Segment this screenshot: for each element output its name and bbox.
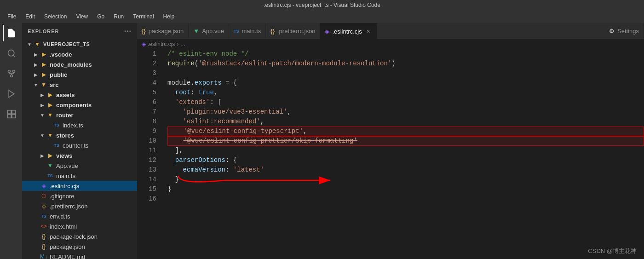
- tree-arrow-views: ▶: [39, 153, 46, 158]
- menu-item-go[interactable]: Go: [93, 12, 108, 21]
- sidebar: EXPLORER ··· ▼▼VUEPROJECT_TS▶▶.vscode▶▶n…: [22, 23, 137, 259]
- sidebar-item-gitignore[interactable]: ⬡.gitignore: [22, 191, 137, 201]
- tab-settings[interactable]: ⚙Settings: [604, 23, 644, 39]
- sidebar-item-index-html[interactable]: <>index.html: [22, 221, 137, 231]
- sidebar-item-index-ts[interactable]: TSindex.ts: [22, 120, 137, 130]
- menu-item-view[interactable]: View: [72, 12, 92, 21]
- explorer-icon[interactable]: [3, 25, 19, 41]
- file-icon-app-vue: ▼: [46, 162, 54, 169]
- tab-close-eslintrc-cjs[interactable]: ×: [365, 28, 372, 35]
- file-label-env-d-ts: env.d.ts: [50, 213, 70, 220]
- svg-point-2: [11, 75, 13, 77]
- menu-item-terminal[interactable]: Terminal: [129, 12, 157, 21]
- svg-rect-7: [8, 110, 12, 114]
- sidebar-item-public[interactable]: ▶▶public: [22, 69, 137, 80]
- run-debug-icon[interactable]: [3, 86, 19, 102]
- file-label-router: router: [56, 112, 74, 119]
- line-number-2: 2: [137, 59, 156, 69]
- file-label-prettierrc: .prettierrc.json: [50, 203, 87, 210]
- titlebar: .eslintrc.cjs - vueproject_ts - Visual S…: [0, 0, 644, 10]
- sidebar-item-eslintrc[interactable]: ◈.eslintrc.cjs: [22, 181, 137, 191]
- file-icon-vueproject: ▼: [33, 41, 41, 47]
- line-number-11: 11: [137, 146, 156, 155]
- tab-prettierrc-json[interactable]: {}.prettierrc.json: [266, 23, 320, 39]
- sidebar-title: EXPLORER: [28, 29, 59, 34]
- file-icon-env-d-ts: TS: [40, 214, 48, 219]
- tab-label-app-vue: App.vue: [202, 28, 224, 35]
- file-label-stores: stores: [56, 132, 74, 139]
- code-line-11: ],: [167, 146, 644, 155]
- tree-arrow-stores: ▼: [39, 133, 46, 138]
- sidebar-item-package-json[interactable]: {}package.json: [22, 242, 137, 252]
- file-label-app-vue: App.vue: [56, 162, 78, 169]
- line-number-16: 16: [137, 194, 156, 204]
- file-icon-prettierrc: ◇: [40, 203, 48, 209]
- code-line-14: }: [167, 175, 644, 184]
- ellipsis-icon[interactable]: ···: [124, 27, 132, 35]
- eslint-breadcrumb-icon: ◈: [142, 41, 146, 47]
- sidebar-item-prettierrc[interactable]: ◇.prettierrc.json: [22, 201, 137, 211]
- menu-item-selection[interactable]: Selection: [40, 12, 70, 21]
- source-control-icon[interactable]: [3, 65, 19, 82]
- sidebar-item-views[interactable]: ▶▶views: [22, 150, 137, 161]
- code-line-13: ecmaVersion: 'latest': [167, 165, 644, 175]
- menu-item-run[interactable]: Run: [110, 12, 127, 21]
- file-icon-package-lock: {}: [40, 233, 48, 240]
- tab-eslintrc-cjs[interactable]: ◈.eslintrc.cjs×: [320, 23, 377, 39]
- sidebar-item-node_modules[interactable]: ▶▶node_modules: [22, 59, 137, 69]
- file-label-index-ts: index.ts: [63, 122, 83, 129]
- sidebar-item-src[interactable]: ▼▼src: [22, 80, 137, 90]
- code-line-10: '@vue/eslint-config-prettier/skip-format…: [167, 136, 644, 146]
- tab-app-vue[interactable]: ▼App.vue: [189, 23, 229, 39]
- tree-arrow-components: ▶: [39, 103, 46, 108]
- line-number-1: 1: [137, 49, 156, 59]
- file-label-assets: assets: [56, 92, 75, 98]
- file-label-index-html: index.html: [50, 223, 77, 230]
- code-line-7: 'plugin:vue/vue3-essential',: [167, 107, 644, 117]
- search-icon[interactable]: [3, 45, 19, 62]
- tab-main-ts[interactable]: TSmain.ts: [229, 23, 266, 39]
- file-tree: ▼▼VUEPROJECT_TS▶▶.vscode▶▶node_modules▶▶…: [22, 39, 137, 259]
- svg-point-3: [8, 70, 11, 73]
- breadcrumb-file: .eslintrc.cjs: [148, 41, 175, 47]
- menu-item-file[interactable]: File: [4, 12, 20, 21]
- code-line-9: '@vue/eslint-config-typescript',: [167, 127, 644, 136]
- file-icon-index-html: <>: [40, 223, 48, 230]
- tab-label-main-ts: main.ts: [242, 28, 261, 35]
- sidebar-item-stores[interactable]: ▼▼stores: [22, 130, 137, 140]
- sidebar-item-package-lock[interactable]: {}package-lock.json: [22, 231, 137, 242]
- sidebar-item-router[interactable]: ▼▼router: [22, 110, 137, 120]
- sidebar-item-counter-ts[interactable]: TScounter.ts: [22, 140, 137, 150]
- sidebar-item-vscode[interactable]: ▶▶.vscode: [22, 49, 137, 59]
- tree-arrow-src: ▼: [32, 82, 40, 87]
- extensions-icon[interactable]: [3, 106, 19, 122]
- file-label-public: public: [50, 71, 67, 78]
- file-icon-package-json: {}: [40, 243, 48, 250]
- code-line-8: 'eslint:recommended',: [167, 117, 644, 127]
- sidebar-item-vueproject[interactable]: ▼▼VUEPROJECT_TS: [22, 39, 137, 49]
- line-number-8: 8: [137, 117, 156, 127]
- file-icon-vscode: ▶: [40, 51, 48, 58]
- file-label-readme: README.md: [50, 253, 85, 259]
- code-editor[interactable]: 12345678910111213141516 /* eslint-env no…: [137, 49, 644, 259]
- code-line-2: require('@rushstack/eslint-patch/modern-…: [167, 59, 644, 69]
- sidebar-item-app-vue[interactable]: ▼App.vue: [22, 161, 137, 171]
- sidebar-item-main-ts[interactable]: TSmain.ts: [22, 171, 137, 181]
- svg-rect-8: [12, 110, 16, 114]
- sidebar-item-assets[interactable]: ▶▶assets: [22, 90, 137, 100]
- tab-package-json[interactable]: {}package.json: [137, 23, 189, 39]
- tree-arrow-router: ▼: [39, 113, 46, 118]
- file-label-views: views: [56, 152, 72, 159]
- tree-arrow-vscode: ▶: [32, 52, 40, 57]
- sidebar-item-readme[interactable]: M↓README.md: [22, 252, 137, 259]
- menu-item-help[interactable]: Help: [160, 12, 178, 21]
- tab-icon-eslintrc-cjs: ◈: [325, 28, 329, 35]
- svg-point-0: [8, 50, 14, 56]
- sidebar-item-components[interactable]: ▶▶components: [22, 100, 137, 110]
- file-icon-index-ts: TS: [52, 123, 61, 127]
- menu-item-edit[interactable]: Edit: [22, 12, 39, 21]
- tab-label-prettierrc-json: .prettierrc.json: [277, 28, 315, 35]
- file-label-gitignore: .gitignore: [50, 193, 74, 200]
- sidebar-item-env-d-ts[interactable]: TSenv.d.ts: [22, 211, 137, 221]
- sidebar-header: EXPLORER ···: [22, 23, 137, 39]
